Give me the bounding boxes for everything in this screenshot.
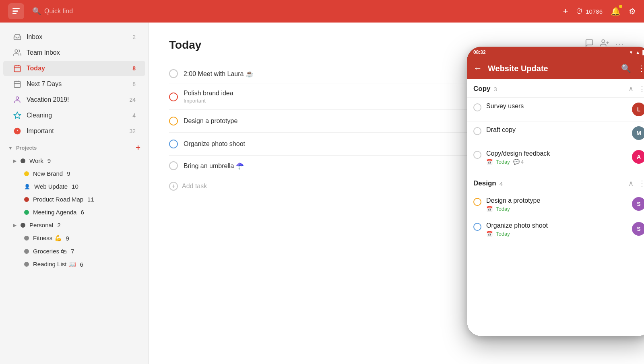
sidebar-item-inbox[interactable]: Inbox 2	[3, 29, 145, 45]
project-item-personal[interactable]: ▶ Personal 2	[3, 219, 145, 231]
task-checkbox-4[interactable]	[169, 140, 178, 148]
task-checkbox-2[interactable]	[169, 93, 178, 101]
project-item-meeting-agenda[interactable]: Meeting Agenda 6	[3, 206, 145, 218]
work-count: 9	[47, 157, 51, 164]
design-more-icon[interactable]: ⋮	[638, 179, 644, 188]
signal-icon: ▲	[636, 50, 640, 55]
sidebar-item-cleaning[interactable]: Cleaning 4	[3, 108, 145, 123]
personal-dot	[21, 223, 25, 228]
comment-count: 4	[521, 159, 524, 165]
new-brand-count: 9	[67, 170, 70, 177]
project-item-work[interactable]: ▶ Work 9	[3, 154, 145, 167]
task-sub-2: Important	[184, 98, 233, 104]
task-checkbox-1[interactable]	[169, 69, 178, 78]
sidebar-item-important[interactable]: Important 32	[3, 123, 145, 139]
feedback-text-wrap: Copy/design feedback 📅 Today 💬 4	[486, 150, 627, 165]
phone-copy-actions: ∧ ⋮	[628, 84, 644, 93]
sidebar-item-today[interactable]: Today 8	[3, 61, 145, 76]
feedback-date: Today	[496, 159, 510, 165]
task-checkbox-3[interactable]	[169, 117, 178, 125]
phone-more-icon[interactable]: ⋮	[638, 64, 644, 73]
phone-status-bar: 08:32 ▼ ▲ ▌	[467, 47, 644, 58]
phone-toolbar-icons: 🔍 ⋮	[621, 64, 644, 73]
inbox-icon	[13, 33, 22, 41]
task-text-4: Organize photo shoot	[184, 140, 245, 148]
vacation-icon	[13, 95, 22, 104]
new-brand-dot	[24, 171, 29, 176]
sidebar-item-next7[interactable]: Next 7 Days 8	[3, 76, 145, 92]
add-project-button[interactable]: +	[136, 143, 140, 152]
photo-shoot-checkbox[interactable]	[473, 223, 481, 231]
cleaning-count: 4	[132, 112, 136, 119]
notification-badge	[619, 5, 622, 8]
feedback-cal-icon: 📅	[486, 159, 493, 165]
team-inbox-icon	[13, 48, 22, 57]
fitness-label: Fitness 💪	[33, 234, 62, 242]
project-item-fitness[interactable]: Fitness 💪 9	[3, 232, 145, 245]
project-item-new-brand[interactable]: New Brand 9	[3, 167, 145, 180]
logo[interactable]	[8, 3, 24, 19]
back-button[interactable]: ←	[473, 63, 482, 74]
copy-more-icon[interactable]: ⋮	[638, 84, 644, 93]
phone-task-survey: Survey users L	[467, 98, 644, 121]
today-icon	[13, 64, 22, 73]
personal-chevron-icon: ▶	[13, 222, 17, 228]
design-prototype-avatar: S	[632, 197, 644, 211]
photo-shoot-text-wrap: Organize photo shoot 📅 Today	[486, 222, 627, 237]
phone-body: Copy 3 ∧ ⋮ Survey users L	[467, 79, 644, 336]
task-text-1: 2:00 Meet with Laura ☕	[184, 70, 254, 78]
phone-mockup: 08:32 ▼ ▲ ▌ ← Website Update 🔍 ⋮ Copy	[467, 47, 644, 336]
phone-design-title: Design	[473, 179, 496, 187]
next7-icon	[13, 80, 22, 88]
project-item-reading-list[interactable]: Reading List 📖 6	[3, 258, 145, 271]
projects-chevron-icon: ▼	[8, 145, 13, 151]
copy-collapse-icon[interactable]: ∧	[628, 84, 634, 93]
vacation-count: 24	[129, 97, 136, 103]
photo-shoot-name: Organize photo shoot	[486, 222, 627, 229]
phone-search-icon[interactable]: 🔍	[621, 64, 631, 73]
project-item-web-update[interactable]: 👤 Web Update 10	[3, 180, 145, 193]
project-item-groceries[interactable]: Groceries 🛍 7	[3, 245, 145, 257]
phone-task-draft: Draft copy M	[467, 121, 644, 145]
svg-marker-13	[14, 112, 21, 119]
reading-list-label: Reading List 📖	[33, 261, 76, 268]
projects-section-header[interactable]: ▼ Projects +	[0, 139, 149, 154]
svg-rect-1	[12, 10, 18, 12]
phone-app-title: Website Update	[488, 64, 615, 73]
task-checkbox-5[interactable]	[169, 161, 178, 170]
design-prototype-sub: 📅 Today	[486, 206, 627, 212]
wifi-icon: ▼	[629, 50, 633, 55]
phone-time: 08:32	[473, 49, 486, 55]
add-task-button[interactable]: +	[563, 6, 568, 16]
svg-point-12	[16, 97, 19, 100]
inbox-count: 2	[132, 34, 136, 40]
design-collapse-icon[interactable]: ∧	[628, 179, 634, 188]
important-icon	[13, 127, 22, 136]
search-bar: 🔍	[32, 7, 563, 16]
inbox-label: Inbox	[27, 33, 128, 41]
phone-task-photo-shoot: Organize photo shoot 📅 Today S	[467, 217, 644, 242]
settings-button[interactable]: ⚙	[629, 6, 636, 16]
task-text-5: Bring an umbrella ☂️	[184, 162, 244, 170]
project-item-product-road-map[interactable]: Product Road Map 11	[3, 193, 145, 206]
draft-checkbox[interactable]	[473, 127, 481, 135]
sidebar-item-team-inbox[interactable]: Team Inbox	[3, 45, 145, 60]
survey-name: Survey users	[486, 103, 627, 110]
survey-text-wrap: Survey users	[486, 103, 627, 110]
feedback-avatar: A	[632, 150, 644, 164]
main-layout: Inbox 2 Team Inbox	[0, 23, 644, 364]
fitness-dot	[24, 236, 29, 241]
today-label: Today	[27, 65, 128, 72]
survey-checkbox[interactable]	[473, 103, 481, 111]
sidebar-item-vacation[interactable]: Vacation 2019! 24	[3, 92, 145, 107]
feedback-checkbox[interactable]	[473, 151, 481, 159]
meeting-agenda-count: 6	[80, 209, 84, 216]
karma-display[interactable]: ⏱ 10786	[576, 7, 603, 16]
photo-shoot-avatar: S	[632, 222, 644, 236]
design-prototype-checkbox[interactable]	[473, 198, 481, 206]
fitness-count: 9	[66, 235, 69, 242]
search-input[interactable]	[44, 8, 125, 15]
feedback-comments: 💬 4	[513, 159, 524, 165]
notifications-button[interactable]: 🔔	[611, 6, 621, 16]
team-inbox-label: Team Inbox	[27, 49, 136, 56]
